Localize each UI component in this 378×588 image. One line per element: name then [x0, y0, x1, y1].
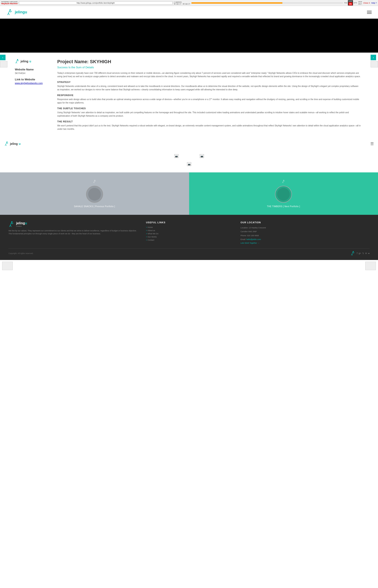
footer-logo-text-part2: u	[25, 221, 27, 225]
project-image-1: 📷	[174, 154, 178, 158]
prev-nav-button[interactable]: ‹	[0, 55, 5, 60]
footer-brand: jelingu creates We live by our values. T…	[9, 221, 138, 244]
svg-point-6	[352, 251, 354, 252]
wayback-cal-feb: FEB	[344, 2, 348, 4]
footer-top: jelingu creates We live by our values. T…	[9, 221, 369, 244]
footer-link-contact[interactable]: Contact	[146, 239, 232, 241]
subtle-text: Using Skyhigh Networks' own attention to…	[57, 111, 361, 118]
website-name-label: Website Name	[15, 68, 49, 71]
hamburger-menu-button[interactable]	[367, 11, 372, 14]
wayback-progress-bar	[191, 2, 343, 4]
instagram-icon[interactable]: ●	[368, 252, 369, 254]
googleplus-icon[interactable]: g+	[359, 252, 361, 254]
footer-link-our-works[interactable]: Our Works	[146, 236, 232, 238]
next-logo-area	[282, 180, 285, 183]
wayback-logo: INTERNET ARCHIVE Wayback Machine	[1, 1, 18, 5]
bottom-thumb-left	[2, 262, 13, 270]
wayback-close-button[interactable]: Close X	[363, 2, 370, 4]
left-panel: jelingu Website Name SKYHIGH Link to Web…	[11, 57, 53, 136]
result-text: We won't pretend that this project didn'…	[57, 124, 361, 131]
footer-cta-button[interactable]: Lets Work Together	[240, 242, 369, 244]
footer-bottom: Copyright. All rights reserved. f g+ 𝕏 i…	[9, 248, 369, 256]
link-to-website-value[interactable]: www.skyhighnetworks.com	[15, 82, 49, 84]
responsive-heading: RESPONSIVE	[57, 94, 361, 96]
second-logo-left: jelingu	[4, 141, 21, 146]
main-wrapper: ‹ › jelingu Website Name SKYHIGH Link to…	[0, 53, 378, 172]
footer-logo-sub: creates	[16, 225, 27, 227]
left-panel-logo-text2: u	[29, 60, 31, 63]
footer: jelingu creates We live by our values. T…	[0, 215, 378, 260]
footer-runner-icon	[9, 221, 14, 227]
footer-link-home[interactable]: Home	[146, 226, 232, 228]
hamburger-line-3	[367, 13, 372, 14]
logo-text-part2: u	[25, 10, 27, 14]
left-panel-logo-text1: jeling	[21, 60, 28, 63]
wayback-progress-fill	[191, 2, 282, 4]
footer-bottom-right: f g+ 𝕏 in ●	[351, 251, 369, 256]
svg-point-3	[94, 180, 95, 181]
twitter-icon[interactable]: 𝕏	[362, 252, 364, 254]
left-nav-area: ‹	[0, 55, 7, 68]
footer-social-icons: f g+ 𝕏 in ●	[357, 252, 369, 254]
strategy-heading: STRATEGY	[57, 81, 361, 83]
footer-logo-text: jelingu creates	[16, 221, 27, 227]
logo-area: jelingu	[6, 9, 27, 16]
svg-point-4	[284, 180, 284, 181]
linkedin-icon[interactable]: in	[365, 252, 367, 254]
prev-portfolio-label: SAHALE SNACKS [ Previous Portfolio ]	[74, 205, 115, 208]
facebook-icon[interactable]: f	[357, 252, 357, 254]
left-panel-runner-icon	[15, 59, 19, 64]
hamburger-line-2	[367, 12, 372, 13]
wayback-url-bar: http://www.jelingu.com/portfolio-item/sk…	[19, 1, 172, 5]
footer-location-line2: Camden NW1 8NP	[240, 230, 369, 233]
bottom-thumb-right	[365, 262, 376, 270]
footer-links-col: USEFUL LINKS Home About us What We Do Ou…	[146, 221, 232, 244]
right-nav-area: ›	[371, 55, 378, 68]
svg-point-2	[7, 142, 8, 143]
footer-location-col: OUR LOCATION Location: 13 Hawley Crescen…	[240, 221, 369, 244]
footer-link-what-we-do[interactable]: What We Do	[146, 232, 232, 235]
link-to-website-label: Link to Website	[15, 78, 49, 81]
responsive-text: Responsive web design allows us to build…	[57, 98, 361, 105]
wayback-captures-range: 30 Jan 17 - 30 Jan 17	[174, 3, 190, 5]
footer-phone: Phone: 020 168 9908	[240, 234, 369, 237]
footer-description: We live by our values. They represent ou…	[9, 229, 138, 235]
second-menu-icon[interactable]: ☰	[370, 141, 374, 146]
prev-logo-area	[93, 180, 96, 183]
footer-copyright: Copyright. All rights reserved.	[9, 252, 33, 254]
strategy-text: Skyhigh Networks understands the value o…	[57, 85, 361, 91]
prev-portfolio-item[interactable]: SAHALE SNACKS [ Previous Portfolio ]	[0, 172, 189, 215]
svg-point-1	[17, 59, 18, 60]
footer-email-value[interactable]: hello@jeldin.com	[246, 238, 261, 240]
next-portfolio-label: THE TIMBERS [ Next Portfolio ]	[267, 205, 300, 208]
content-sections: jelingu Website Name SKYHIGH Link to Web…	[11, 53, 367, 140]
prev-portfolio-circle	[86, 186, 103, 203]
images-section: 📷 📷 📷	[0, 148, 378, 172]
left-panel-logo: jelingu	[15, 59, 49, 64]
bottom-thumbnails-row	[0, 260, 378, 272]
result-heading: THE RESULT	[57, 120, 361, 123]
second-runner-icon	[4, 141, 9, 146]
next-portfolio-item[interactable]: THE TIMBERS [ Next Portfolio ]	[189, 172, 378, 215]
images-row-2: 📷	[187, 162, 191, 166]
hamburger-line-1	[367, 11, 372, 11]
wayback-cal-mar-label: MAR	[349, 0, 352, 2]
logo-runner-icon	[6, 9, 13, 16]
next-thumbnail	[371, 61, 378, 68]
wayback-help-link[interactable]: Help ?	[371, 2, 377, 4]
portfolio-navigation: SAHALE SNACKS [ Previous Portfolio ] THE…	[0, 172, 378, 215]
second-logo-text2: u	[19, 142, 21, 145]
project-image-3: 📷	[187, 162, 191, 166]
footer-email: Email: hello@jeldin.com	[240, 238, 369, 241]
website-name-value: SKYHIGH	[15, 72, 49, 74]
subtle-heading: THE SUBTLE TOUCHES	[57, 107, 361, 110]
next-portfolio-circle	[275, 186, 292, 203]
footer-link-about[interactable]: About us	[146, 230, 232, 232]
next-nav-button[interactable]: ›	[371, 55, 376, 60]
wayback-cal-day: 31	[349, 2, 352, 5]
wayback-logo-line2: Wayback Machine	[1, 3, 18, 5]
wayback-year2: 2017	[358, 3, 362, 5]
footer-location-title: OUR LOCATION	[240, 221, 369, 224]
footer-logo-text-part1: jeling	[16, 221, 25, 225]
wayback-year1: 2016	[358, 1, 362, 3]
